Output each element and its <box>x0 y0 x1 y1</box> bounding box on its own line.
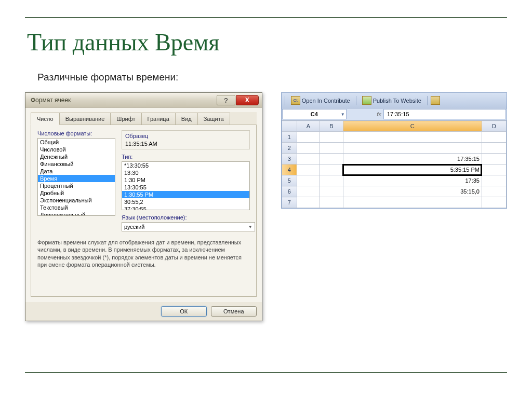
cell[interactable] <box>482 197 506 208</box>
slide-title: Тип данных Время <box>27 29 507 56</box>
cell[interactable] <box>297 186 320 197</box>
cell[interactable] <box>482 186 506 197</box>
cell[interactable] <box>343 132 482 143</box>
type-option[interactable]: *13:30:55 <box>122 162 249 169</box>
spreadsheet-grid[interactable]: ABCD12317:35:1545:35:15 PM517:35635:15,0… <box>282 120 507 208</box>
format-option[interactable]: Текстовый <box>38 204 115 211</box>
cell[interactable] <box>297 132 320 143</box>
format-option[interactable]: Экспоненциальный <box>38 197 115 204</box>
cell[interactable] <box>343 143 482 154</box>
cell[interactable] <box>320 164 343 175</box>
type-option[interactable]: 13:30:55 <box>122 184 249 191</box>
row-header[interactable]: 2 <box>282 143 297 154</box>
tab-граница[interactable]: Граница <box>141 113 176 125</box>
format-option[interactable]: Денежный <box>38 153 115 160</box>
cell[interactable]: 5:35:15 PM <box>343 164 482 175</box>
dialog-titlebar[interactable]: Формат ячеек ? X <box>25 93 262 108</box>
tab-защита[interactable]: Защита <box>197 113 230 125</box>
publish-to-website-button[interactable]: Publish To Website <box>360 95 424 106</box>
cell[interactable] <box>297 197 320 208</box>
locale-label: Язык (местоположение): <box>122 214 250 221</box>
tab-выравнивание[interactable]: Выравнивание <box>59 113 111 125</box>
format-option[interactable]: Общий <box>38 139 115 146</box>
close-button[interactable]: X <box>236 95 259 105</box>
cell[interactable] <box>320 186 343 197</box>
format-option[interactable]: Финансовый <box>38 160 115 168</box>
column-header[interactable]: A <box>297 121 320 132</box>
cell[interactable] <box>343 197 482 208</box>
formula-value: 17:35:15 <box>387 111 409 117</box>
dialog-title: Формат ячеек <box>31 97 217 104</box>
cell[interactable] <box>320 154 343 164</box>
cell[interactable] <box>297 154 320 164</box>
toolbar-separator <box>427 96 428 105</box>
format-option[interactable]: Числовой <box>38 146 115 153</box>
cell[interactable]: 17:35:15 <box>343 154 482 164</box>
cell[interactable] <box>297 164 320 175</box>
slide-subtitle: Различные форматы времени: <box>37 72 507 83</box>
locale-dropdown[interactable]: русский ▼ <box>122 222 255 231</box>
number-formats-label: Числовые форматы: <box>37 130 115 136</box>
format-option[interactable]: Дополнительный <box>38 211 115 216</box>
cell[interactable] <box>320 132 343 143</box>
column-header[interactable]: D <box>482 121 506 132</box>
type-option[interactable]: 37:30:55 <box>122 205 249 210</box>
type-option[interactable]: 13:30 <box>122 169 249 176</box>
sample-label: Образец <box>125 133 246 139</box>
row-header[interactable]: 7 <box>282 197 297 208</box>
toolbar-separator <box>356 96 356 105</box>
row-header[interactable]: 3 <box>282 154 297 164</box>
open-in-contribute-button[interactable]: Ct Open In Contribute <box>288 95 353 106</box>
format-option[interactable]: Дата <box>38 168 115 175</box>
cell[interactable] <box>482 143 506 154</box>
tab-число[interactable]: Число <box>31 113 60 125</box>
row-header[interactable]: 6 <box>282 186 297 197</box>
chevron-down-icon: ▼ <box>248 225 252 229</box>
contribute-icon: Ct <box>291 96 300 105</box>
format-option[interactable]: Процентный <box>38 182 115 189</box>
locale-value: русский <box>124 224 144 230</box>
dialog-tabstrip: ЧислоВыравниваниеШрифтГраницаВидЗащита <box>31 112 257 125</box>
tab-шрифт[interactable]: Шрифт <box>110 113 141 125</box>
row-header[interactable]: 5 <box>282 175 297 186</box>
cell[interactable] <box>482 154 506 164</box>
fx-label[interactable]: fx <box>347 108 383 120</box>
sample-value: 11:35:15 AM <box>125 141 246 147</box>
type-option[interactable]: 30:55,2 <box>122 198 249 205</box>
cell[interactable] <box>320 197 343 208</box>
row-header[interactable]: 4 <box>282 164 297 175</box>
cell[interactable] <box>297 143 320 154</box>
cell[interactable] <box>482 164 506 175</box>
cell[interactable] <box>482 175 506 186</box>
tab-number-panel: Числовые форматы: ОбщийЧисловойДенежныйФ… <box>31 125 257 297</box>
cell[interactable] <box>320 175 343 186</box>
type-option[interactable]: 1:30:55 PM <box>122 191 249 198</box>
row-header[interactable]: 1 <box>282 132 297 143</box>
cell[interactable] <box>297 175 320 186</box>
cell[interactable] <box>482 132 506 143</box>
cancel-button[interactable]: Отмена <box>211 306 257 317</box>
format-cells-dialog: Формат ячеек ? X ЧислоВыравниваниеШрифтГ… <box>25 92 262 321</box>
number-formats-listbox[interactable]: ОбщийЧисловойДенежныйФинансовыйДатаВремя… <box>37 138 115 216</box>
chevron-down-icon[interactable]: ▼ <box>341 112 345 117</box>
formula-input[interactable]: 17:35:15 <box>383 109 506 119</box>
cell[interactable]: 35:15,0 <box>343 186 482 197</box>
help-button[interactable]: ? <box>217 95 235 105</box>
cell[interactable]: 17:35 <box>343 175 482 186</box>
tab-вид[interactable]: Вид <box>175 113 198 125</box>
column-header[interactable]: C <box>343 121 482 132</box>
formula-bar: C4 ▼ fx 17:35:15 <box>282 108 507 120</box>
time-type-listbox[interactable]: *13:30:5513:301:30 PM13:30:551:30:55 PM3… <box>122 161 250 210</box>
toolbar-extra-icon[interactable] <box>431 96 440 105</box>
column-header[interactable]: B <box>320 121 343 132</box>
cell[interactable] <box>320 143 343 154</box>
format-option[interactable]: Время <box>38 175 115 182</box>
name-box[interactable]: C4 ▼ <box>282 109 347 119</box>
open-contribute-label: Open In Contribute <box>302 98 350 104</box>
format-option[interactable]: Дробный <box>38 189 115 197</box>
select-all-corner[interactable] <box>282 121 297 132</box>
ok-button[interactable]: ОК <box>161 306 207 317</box>
publish-icon <box>362 96 371 105</box>
format-description: Форматы времени служат для отображения д… <box>37 239 250 268</box>
type-option[interactable]: 1:30 PM <box>122 176 249 184</box>
